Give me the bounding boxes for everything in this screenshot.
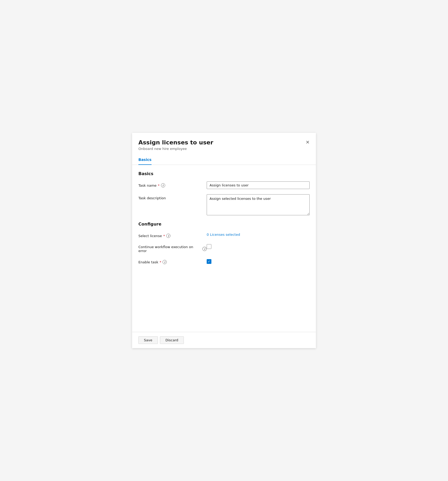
save-button[interactable]: Save: [138, 336, 158, 344]
enable-task-info-icon[interactable]: i: [163, 260, 167, 264]
configure-section: Configure Select license * i 0 Licenses …: [138, 222, 310, 264]
licenses-selected-link[interactable]: 0 Licenses selected: [207, 233, 240, 237]
enable-task-control: [207, 258, 310, 264]
continue-workflow-control: [207, 243, 310, 249]
task-name-label: Task name * i: [138, 181, 207, 187]
task-name-info-icon[interactable]: i: [161, 183, 165, 187]
dialog-footer: Save Discard: [132, 332, 316, 348]
task-description-label: Task description: [138, 194, 207, 200]
dialog-subtitle: Onboard new hire employee: [138, 147, 310, 151]
select-license-required: *: [163, 234, 165, 238]
discard-button[interactable]: Discard: [160, 336, 184, 344]
enable-task-label: Enable task * i: [138, 258, 207, 264]
task-name-input[interactable]: [207, 181, 310, 189]
enable-task-checkbox[interactable]: [207, 259, 211, 264]
dialog-body: Basics Task name * i Task description As…: [132, 165, 316, 332]
tab-basics[interactable]: Basics: [138, 155, 152, 165]
task-description-row: Task description Assign selected license…: [138, 194, 310, 216]
select-license-label: Select license * i: [138, 232, 207, 238]
assign-licenses-dialog: Assign licenses to user Onboard new hire…: [132, 133, 316, 348]
continue-workflow-row: Continue workflow execution on error i: [138, 243, 310, 253]
enable-task-row: Enable task * i: [138, 258, 310, 264]
task-description-input[interactable]: Assign selected licenses to the user: [207, 194, 310, 215]
select-license-control: 0 Licenses selected: [207, 232, 310, 237]
continue-workflow-label: Continue workflow execution on error i: [138, 243, 207, 253]
select-license-info-icon[interactable]: i: [166, 234, 170, 238]
task-name-required: *: [158, 184, 160, 187]
task-name-row: Task name * i: [138, 181, 310, 189]
configure-section-title: Configure: [138, 222, 310, 227]
basics-section: Basics Task name * i Task description As…: [138, 171, 310, 216]
continue-workflow-info-icon[interactable]: i: [202, 247, 207, 251]
tab-bar: Basics: [132, 155, 316, 165]
close-button[interactable]: ✕: [303, 138, 312, 147]
task-name-control: [207, 181, 310, 189]
enable-task-required: *: [160, 260, 162, 264]
basics-section-title: Basics: [138, 171, 310, 176]
close-icon: ✕: [306, 139, 310, 145]
task-description-control: Assign selected licenses to the user: [207, 194, 310, 216]
dialog-title: Assign licenses to user: [138, 139, 310, 146]
dialog-header: Assign licenses to user Onboard new hire…: [132, 133, 316, 155]
select-license-row: Select license * i 0 Licenses selected: [138, 232, 310, 238]
continue-workflow-checkbox[interactable]: [207, 244, 211, 249]
